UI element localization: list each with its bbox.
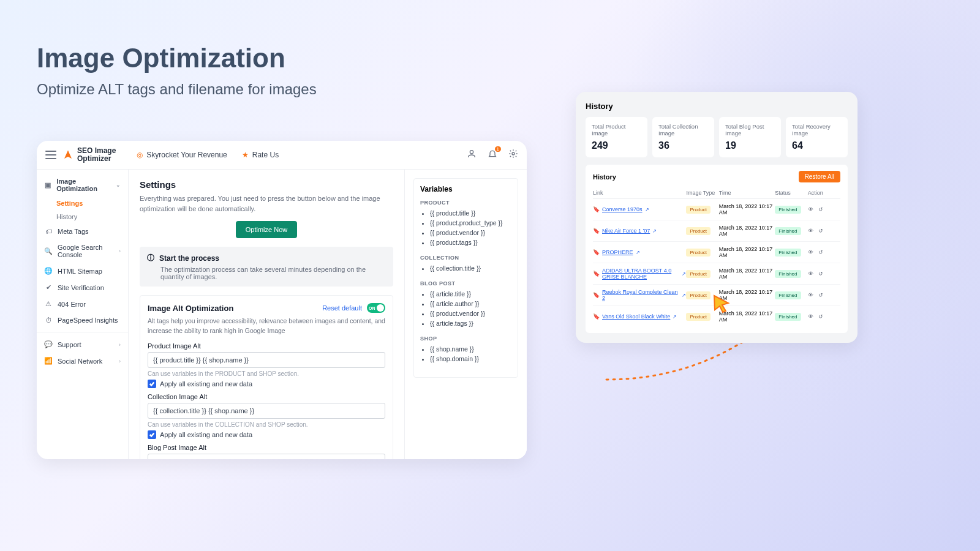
- sidebar-item-social-network[interactable]: 📶Social Network›: [37, 353, 128, 369]
- col-action: Action: [808, 190, 840, 196]
- var-item: {{ product.tags }}: [430, 238, 511, 247]
- sidebar-item-image-optimization[interactable]: ▣Image Optimization⌄: [37, 173, 128, 197]
- var-item: {{ collection.title }}: [430, 263, 511, 273]
- restore-all-button[interactable]: Restore All: [799, 171, 840, 182]
- logo-icon: [62, 149, 74, 160]
- sidebar-item-html-sitemap[interactable]: 🌐HTML Sitemap: [37, 263, 128, 279]
- skyrocket-link[interactable]: ◎Skyrocket Your Revenue: [137, 151, 227, 159]
- field-hint: Can use variables in the PRODUCT and SHO…: [148, 370, 385, 377]
- row-time: March 18, 2022 10:17 AM: [719, 246, 775, 258]
- panel-description: Alt tags help you improve accessibility,…: [148, 317, 385, 336]
- type-badge: Product: [686, 206, 710, 214]
- undo-icon[interactable]: ↺: [818, 292, 823, 298]
- cursor-pointer-icon: [712, 294, 732, 313]
- eye-icon[interactable]: 👁: [808, 292, 813, 298]
- page-title: Image Optimization: [37, 43, 317, 73]
- sidebar-icon: ▣: [44, 181, 51, 189]
- type-badge: Product: [686, 291, 710, 299]
- stat-label: Total Product Image: [592, 123, 641, 137]
- row-time: March 18, 2022 10:17 AM: [719, 203, 775, 216]
- alt-input-2[interactable]: [148, 454, 385, 459]
- row-link[interactable]: Vans Old Skool Black White: [602, 313, 670, 320]
- field-label: Product Image Alt: [148, 342, 385, 350]
- optimize-now-button[interactable]: Optimize Now: [236, 221, 297, 238]
- undo-icon[interactable]: ↺: [818, 271, 823, 277]
- stat-value: 249: [592, 140, 641, 151]
- status-badge: Finished: [775, 227, 801, 235]
- stat-label: Total Blog Post Image: [725, 123, 775, 137]
- bell-icon[interactable]: 1: [488, 149, 497, 161]
- status-badge: Finished: [775, 249, 801, 257]
- stat-card: Total Collection Image36: [652, 117, 714, 157]
- table-row: 🔖Converse 1970s↗ Product March 18, 2022 …: [593, 199, 840, 220]
- row-link[interactable]: ADIDAS ULTRA BOOST 4.0 GRISE BLANCHE: [602, 268, 679, 280]
- rate-us-link[interactable]: ★Rate Us: [242, 151, 279, 159]
- external-link-icon: ↗: [682, 293, 686, 298]
- eye-icon[interactable]: 👁: [808, 206, 813, 212]
- sidebar-icon: 🌐: [44, 267, 53, 275]
- eye-icon[interactable]: 👁: [808, 313, 813, 320]
- row-link[interactable]: Converse 1970s: [602, 206, 643, 212]
- stat-card: Total Blog Post Image19: [719, 117, 781, 157]
- user-icon[interactable]: [467, 149, 477, 161]
- stat-card: Total Recovery Image64: [786, 117, 848, 157]
- gear-icon[interactable]: [508, 149, 518, 161]
- undo-icon[interactable]: ↺: [818, 249, 823, 255]
- toggle-on[interactable]: ON: [367, 303, 385, 313]
- eye-icon[interactable]: 👁: [808, 249, 813, 255]
- undo-icon[interactable]: ↺: [818, 313, 823, 320]
- eye-icon[interactable]: 👁: [808, 271, 813, 277]
- variables-title: Variables: [420, 185, 511, 193]
- undo-icon[interactable]: ↺: [818, 206, 823, 212]
- sidebar-item-google-search-console[interactable]: 🔍Google Search Console›: [37, 239, 128, 263]
- var-item: {{ article.title }}: [430, 289, 511, 299]
- sidebar-sub-settings[interactable]: Settings: [37, 197, 128, 210]
- panel-title: Image Alt Optimization: [148, 304, 233, 313]
- eye-icon[interactable]: 👁: [808, 228, 813, 234]
- status-badge: Finished: [775, 270, 801, 278]
- svg-point-1: [512, 152, 514, 155]
- tag-icon: 🔖: [593, 249, 600, 255]
- info-text: The optimization process can take severa…: [160, 266, 386, 280]
- app-window: SEO ImageOptimizer ◎Skyrocket Your Reven…: [37, 141, 527, 459]
- sidebar-item-404-error[interactable]: ⚠404 Error: [37, 296, 128, 312]
- table-row: 🔖Nike Air Force 1 '07↗ Product March 18,…: [593, 220, 840, 242]
- history-heading: History: [586, 102, 848, 111]
- stat-value: 36: [658, 140, 708, 151]
- type-badge: Product: [686, 270, 710, 278]
- external-link-icon: ↗: [682, 271, 686, 277]
- star-icon: ★: [242, 151, 249, 159]
- status-badge: Finished: [775, 313, 801, 321]
- alt-input-0[interactable]: [148, 352, 385, 368]
- row-time: March 18, 2022 10:17 AM: [719, 225, 775, 237]
- row-link[interactable]: Reebok Royal Complete Clean 2: [602, 289, 679, 301]
- reset-default-link[interactable]: Reset default: [322, 304, 362, 312]
- sidebar-item-pagespeed-insights[interactable]: ⏱PageSpeed Insights: [37, 312, 128, 328]
- row-link[interactable]: PROPHERE: [602, 249, 633, 255]
- type-badge: Product: [686, 227, 710, 235]
- sidebar-item-site-verification[interactable]: ✔Site Verification: [37, 279, 128, 296]
- svg-point-0: [470, 151, 473, 154]
- row-time: March 18, 2022 10:17 AM: [719, 268, 775, 280]
- undo-icon[interactable]: ↺: [818, 228, 823, 234]
- sidebar-sub-history[interactable]: History: [37, 210, 128, 223]
- var-item: {{ product.vendor }}: [430, 228, 511, 238]
- notif-badge: 1: [495, 146, 501, 152]
- var-item: {{ article.tags }}: [430, 318, 511, 328]
- external-link-icon: ↗: [645, 207, 649, 212]
- checkbox[interactable]: [148, 430, 156, 439]
- stat-value: 64: [792, 140, 842, 151]
- status-badge: Finished: [775, 291, 801, 299]
- col-link: Link: [593, 190, 686, 196]
- status-badge: Finished: [775, 206, 801, 214]
- var-item: {{ product.product_type }}: [430, 218, 511, 228]
- row-link[interactable]: Nike Air Force 1 '07: [602, 228, 650, 234]
- sidebar-icon: 🏷: [44, 228, 53, 235]
- sidebar-item-meta-tags[interactable]: 🏷Meta Tags: [37, 223, 128, 239]
- menu-icon[interactable]: [45, 151, 56, 159]
- alt-input-1[interactable]: [148, 403, 385, 419]
- checkbox[interactable]: [148, 380, 156, 388]
- stat-label: Total Collection Image: [658, 123, 708, 137]
- tag-icon: 🔖: [593, 292, 600, 298]
- sidebar-item-support[interactable]: 💬Support›: [37, 336, 128, 353]
